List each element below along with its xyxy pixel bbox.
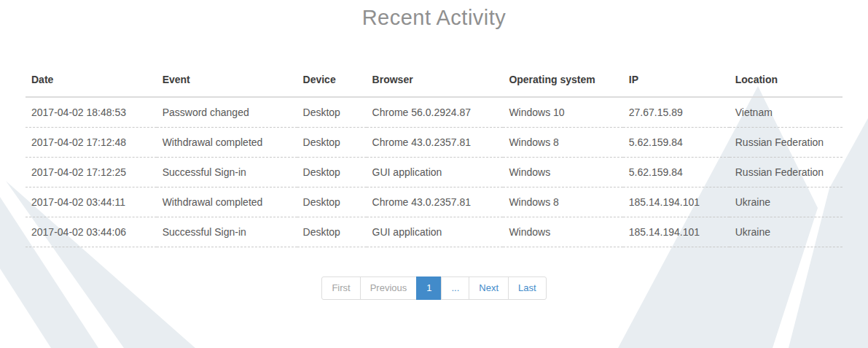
pagination-next-button[interactable]: Next xyxy=(469,277,509,300)
cell-os: Windows 8 xyxy=(503,187,622,217)
main-content: Recent Activity DateEventDeviceBrowserOp… xyxy=(0,0,868,300)
cell-location: Ukraine xyxy=(730,217,842,247)
pagination-ellipsis-button[interactable]: ... xyxy=(441,277,469,300)
column-header-os: Operating system xyxy=(503,74,622,97)
table-row: 2017-04-02 03:44:06Successful Sign-inDes… xyxy=(26,217,842,247)
pagination-first-button[interactable]: First xyxy=(321,277,360,300)
pagination-item-last: Last xyxy=(509,277,547,300)
column-header-browser: Browser xyxy=(367,74,504,97)
table-row: 2017-04-02 17:12:25Successful Sign-inDes… xyxy=(26,158,842,187)
cell-event: Withdrawal completed xyxy=(157,128,297,158)
cell-event: Successful Sign-in xyxy=(157,158,297,187)
cell-event: Withdrawal completed xyxy=(157,187,297,217)
column-header-date: Date xyxy=(26,74,157,97)
activity-table: DateEventDeviceBrowserOperating systemIP… xyxy=(26,74,842,247)
table-body: 2017-04-02 18:48:53Password changedDeskt… xyxy=(26,97,842,247)
table-row: 2017-04-02 03:44:11Withdrawal completedD… xyxy=(26,187,842,217)
cell-device: Desktop xyxy=(297,217,367,247)
cell-date: 2017-04-02 17:12:25 xyxy=(26,158,157,187)
pagination-item-ellipsis: ... xyxy=(442,277,469,300)
cell-location: Vietnam xyxy=(730,97,842,128)
column-header-location: Location xyxy=(730,74,842,97)
cell-ip: 5.62.159.84 xyxy=(623,128,730,158)
pagination-item-first: First xyxy=(321,277,360,300)
table-row: 2017-04-02 17:12:48Withdrawal completedD… xyxy=(26,128,842,158)
cell-os: Windows xyxy=(503,158,622,187)
pagination-page-1-button[interactable]: 1 xyxy=(416,277,442,300)
cell-event: Successful Sign-in xyxy=(157,217,297,247)
cell-location: Russian Federation xyxy=(730,128,842,158)
column-header-event: Event xyxy=(157,74,297,97)
cell-os: Windows 10 xyxy=(503,97,622,128)
cell-date: 2017-04-02 03:44:06 xyxy=(26,217,157,247)
cell-ip: 185.14.194.101 xyxy=(623,217,730,247)
pagination-last-button[interactable]: Last xyxy=(508,277,547,300)
table-header-row: DateEventDeviceBrowserOperating systemIP… xyxy=(26,74,842,97)
pagination-previous-button[interactable]: Previous xyxy=(360,277,418,300)
cell-os: Windows 8 xyxy=(503,128,622,158)
cell-date: 2017-04-02 18:48:53 xyxy=(26,97,157,128)
cell-device: Desktop xyxy=(297,187,367,217)
pagination-item-next: Next xyxy=(469,277,509,300)
cell-date: 2017-04-02 03:44:11 xyxy=(26,187,157,217)
cell-device: Desktop xyxy=(297,128,367,158)
cell-browser: Chrome 43.0.2357.81 xyxy=(367,187,504,217)
cell-device: Desktop xyxy=(297,97,367,128)
cell-browser: GUI application xyxy=(367,158,504,187)
cell-ip: 27.67.15.89 xyxy=(623,97,730,128)
pagination: FirstPrevious1...NextLast xyxy=(321,277,546,300)
cell-event: Password changed xyxy=(157,97,297,128)
column-header-device: Device xyxy=(297,74,367,97)
cell-ip: 185.14.194.101 xyxy=(623,187,730,217)
cell-os: Windows xyxy=(503,217,622,247)
cell-browser: Chrome 43.0.2357.81 xyxy=(367,128,504,158)
cell-location: Russian Federation xyxy=(730,158,842,187)
cell-device: Desktop xyxy=(297,158,367,187)
pagination-container: FirstPrevious1...NextLast xyxy=(26,277,842,300)
cell-date: 2017-04-02 17:12:48 xyxy=(26,128,157,158)
pagination-item-previous: Previous xyxy=(361,277,418,300)
table-row: 2017-04-02 18:48:53Password changedDeskt… xyxy=(26,97,842,128)
cell-browser: Chrome 56.0.2924.87 xyxy=(367,97,504,128)
table-header: DateEventDeviceBrowserOperating systemIP… xyxy=(26,74,842,97)
cell-browser: GUI application xyxy=(367,217,504,247)
column-header-ip: IP xyxy=(623,74,730,97)
page-title: Recent Activity xyxy=(26,0,842,30)
pagination-item-page-1: 1 xyxy=(417,277,442,300)
cell-location: Ukraine xyxy=(730,187,842,217)
cell-ip: 5.62.159.84 xyxy=(623,158,730,187)
